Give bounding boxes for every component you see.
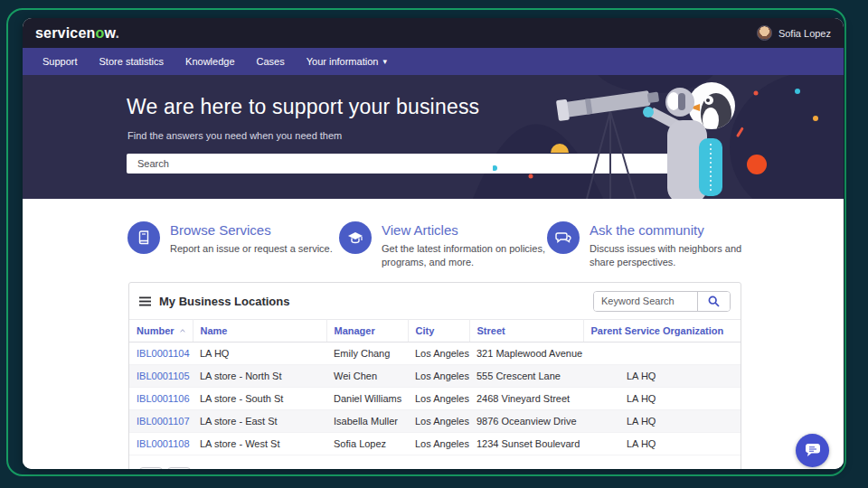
business-locations-card: My Business Locations <box>128 282 741 469</box>
quick-link-browse-services[interactable]: Browse Services Report an issue or reque… <box>127 221 335 256</box>
keyword-search-group <box>593 291 731 312</box>
previous-page-button[interactable] <box>139 467 163 469</box>
top-header-bar: servicenow. Sofia Lopez <box>23 18 844 48</box>
chat-bubbles-icon <box>547 221 580 254</box>
table-pagination: Rows 1 - 5 of 5 <box>129 455 741 469</box>
column-header-number[interactable]: Number <box>129 320 193 343</box>
card-header: My Business Locations <box>129 283 741 319</box>
quick-link-description: Discuss issues with neighbors and share … <box>590 242 754 269</box>
logo-text: servicen <box>35 25 96 41</box>
nav-item-your-information[interactable]: Your information ▾ <box>296 48 398 75</box>
nav-item-support[interactable]: Support <box>32 48 89 75</box>
table-row: IBL0001108 LA store - West St Sofia Lope… <box>129 433 741 455</box>
page-content: Browse Services Report an issue or reque… <box>23 199 844 469</box>
sort-ascending-icon <box>180 328 185 333</box>
hero-subtitle: Find the answers you need when you need … <box>127 130 342 141</box>
user-name: Sofia Lopez <box>778 28 831 39</box>
quick-link-view-articles[interactable]: View Articles Get the latest information… <box>339 221 546 269</box>
locations-table: Number Name Manager City Street Parent S… <box>129 319 741 455</box>
quick-link-description: Report an issue or request a service. <box>170 242 335 256</box>
list-menu-icon[interactable] <box>139 296 151 306</box>
hero-banner: We are here to support your business Fin… <box>23 75 844 199</box>
servicenow-logo[interactable]: servicenow. <box>35 25 119 42</box>
record-link[interactable]: IBL0001105 <box>129 365 193 388</box>
table-row: IBL0001106 LA store - South St Daniel Wi… <box>129 388 741 410</box>
logo-text-end: w <box>105 25 116 41</box>
record-link[interactable]: IBL0001104 <box>129 343 193 365</box>
column-header-manager[interactable]: Manager <box>326 320 408 343</box>
book-icon <box>127 221 160 254</box>
quick-link-description: Get the latest information on policies, … <box>382 242 546 269</box>
user-avatar <box>757 25 772 41</box>
nav-item-knowledge[interactable]: Knowledge <box>175 48 245 75</box>
keyword-search-button[interactable] <box>697 292 730 311</box>
hero-title: We are here to support your business <box>127 95 479 119</box>
logo-green-o: o <box>96 25 105 41</box>
next-page-button[interactable] <box>167 467 191 469</box>
column-header-street[interactable]: Street <box>469 320 583 343</box>
quick-link-title: Browse Services <box>170 222 335 238</box>
chat-fab-button[interactable] <box>796 434 829 467</box>
column-header-city[interactable]: City <box>408 320 469 343</box>
quick-link-title: Ask the community <box>590 222 754 238</box>
card-title: My Business Locations <box>159 295 289 308</box>
column-header-parent-service-organization[interactable]: Parent Service Organization <box>583 320 741 343</box>
user-menu[interactable]: Sofia Lopez <box>757 25 831 41</box>
keyword-search-input[interactable] <box>594 292 697 311</box>
record-link[interactable]: IBL0001107 <box>129 410 193 433</box>
browser-window: servicenow. Sofia Lopez Support Store st… <box>23 18 844 469</box>
search-icon <box>689 157 701 169</box>
record-link[interactable]: IBL0001106 <box>129 388 193 410</box>
search-icon <box>708 296 720 307</box>
graduation-cap-icon <box>339 221 372 254</box>
table-row: IBL0001107 LA store - East St Isabella M… <box>129 410 741 433</box>
nav-item-cases[interactable]: Cases <box>246 48 296 75</box>
hero-search-input[interactable] <box>127 154 710 174</box>
primary-navbar: Support Store statistics Knowledge Cases… <box>23 48 844 75</box>
logo-dot: . <box>116 25 120 41</box>
quick-link-ask-community[interactable]: Ask the community Discuss issues with ne… <box>547 221 754 269</box>
chat-bubble-icon <box>804 442 822 459</box>
table-row: IBL0001105 LA store - North St Wei Chen … <box>129 365 741 388</box>
record-link[interactable]: IBL0001108 <box>129 433 193 455</box>
nav-item-store-statistics[interactable]: Store statistics <box>89 48 175 75</box>
table-header-row: Number Name Manager City Street Parent S… <box>129 320 741 343</box>
table-row: IBL0001104 LA HQ Emily Chang Los Angeles… <box>129 343 741 365</box>
quick-link-title: View Articles <box>382 222 546 238</box>
chevron-down-icon: ▾ <box>382 58 387 66</box>
column-header-name[interactable]: Name <box>193 320 326 343</box>
hero-search-bar <box>127 154 710 174</box>
